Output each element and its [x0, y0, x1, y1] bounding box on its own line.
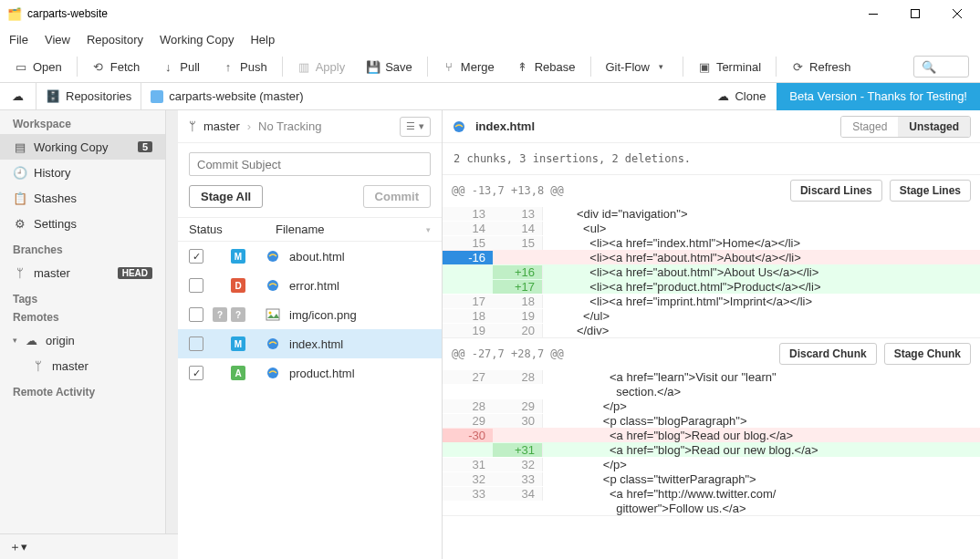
sidebar-remote-branch[interactable]: ᛘmaster: [0, 353, 165, 378]
rebase-icon: ↟: [516, 60, 529, 73]
file-row[interactable]: ✓Aproduct.html: [178, 358, 442, 388]
sidebar-item-working-copy[interactable]: ▤ Working Copy 5: [0, 134, 165, 160]
file-name: img/icon.png: [289, 308, 357, 322]
stage-checkbox[interactable]: ✓: [189, 249, 203, 264]
diff-line[interactable]: 3132 </p>: [443, 457, 980, 471]
stashes-icon: 📋: [13, 192, 26, 205]
file-type-icon: [266, 278, 280, 293]
stage-lines-button[interactable]: Stage Lines: [890, 180, 971, 202]
diff-line[interactable]: gittower">Follow us.</a>: [443, 501, 980, 515]
save-button[interactable]: 💾Save: [358, 54, 422, 79]
stage-checkbox[interactable]: ✓: [189, 366, 203, 380]
gitflow-button[interactable]: Git-Flow▾: [597, 54, 677, 79]
file-row[interactable]: ✓Mabout.html: [178, 242, 442, 271]
commit-button[interactable]: Commit: [363, 185, 431, 208]
sidebar-item-settings[interactable]: ⚙Settings: [0, 211, 165, 236]
file-row[interactable]: ??img/icon.png: [178, 300, 442, 329]
menu-file[interactable]: File: [9, 33, 28, 47]
sidebar-remote-origin[interactable]: ▾☁origin: [0, 327, 165, 353]
diff-line[interactable]: 1718 <li><a href="imprint.html">Imprint<…: [443, 294, 980, 308]
refresh-icon: ⟳: [791, 60, 804, 73]
svg-rect-6: [266, 309, 279, 320]
push-button[interactable]: ↑Push: [213, 54, 276, 79]
diff-line[interactable]: 3233 <p class="twitterParagraph">: [443, 471, 980, 486]
menu-repository[interactable]: Repository: [87, 33, 143, 47]
sidebar-section-remotes: Remotes: [0, 309, 165, 327]
diff-line[interactable]: +17 <li><a href="product.html">Product</…: [443, 279, 980, 294]
stage-checkbox[interactable]: [189, 336, 203, 351]
cloud-download-icon: ☁: [717, 89, 729, 103]
view-options-button[interactable]: ☰ ▾: [400, 117, 431, 137]
rebase-button[interactable]: ↟Rebase: [507, 54, 585, 79]
diff-line[interactable]: 2728 <a href="learn">Visit our "learn": [443, 369, 980, 384]
stage-toggle[interactable]: Staged Unstaged: [840, 116, 971, 138]
terminal-button[interactable]: ▣Terminal: [689, 54, 770, 79]
cloud-button[interactable]: ☁: [0, 83, 36, 110]
file-row[interactable]: Mindex.html: [178, 329, 442, 358]
file-type-icon: [266, 249, 280, 264]
add-button[interactable]: ＋▾: [9, 539, 27, 555]
diff-line[interactable]: 1819 </ul>: [443, 308, 980, 323]
diff-line[interactable]: 1515 <li><a href="index.html">Home</a></…: [443, 235, 980, 250]
svg-point-5: [267, 280, 278, 291]
pull-button[interactable]: ↓Pull: [152, 54, 209, 79]
diff-line[interactable]: +16 <li><a href="about.html">About Us</a…: [443, 264, 980, 279]
diff-line[interactable]: 3334 <a href="http://www.twitter.com/: [443, 486, 980, 501]
sort-icon[interactable]: ▾: [426, 225, 431, 234]
file-row[interactable]: Derror.html: [178, 271, 442, 300]
file-name: index.html: [289, 337, 343, 351]
branch-path[interactable]: ᛘmaster›No Tracking: [189, 119, 392, 133]
unstaged-tab[interactable]: Unstaged: [898, 117, 970, 137]
discard-lines-button[interactable]: Discard Lines: [790, 180, 882, 202]
repositories-button[interactable]: 🗄️Repositories: [36, 83, 141, 110]
push-icon: ↑: [222, 60, 235, 73]
clone-button[interactable]: ☁Clone: [706, 83, 777, 110]
sidebar: Workspace ▤ Working Copy 5 🕘History 📋Sta…: [0, 110, 178, 559]
file-type-icon: [266, 336, 280, 351]
commit-subject-input[interactable]: [189, 152, 431, 176]
sidebar-section-activity: Remote Activity: [0, 378, 165, 402]
diff-line[interactable]: 1920 </div>: [443, 323, 980, 337]
breadcrumb[interactable]: carparts-website (master): [141, 83, 312, 110]
pull-icon: ↓: [162, 60, 174, 73]
close-button[interactable]: [936, 0, 978, 27]
stage-checkbox[interactable]: [189, 278, 203, 293]
sidebar-item-history[interactable]: 🕘History: [0, 160, 165, 185]
diff-line[interactable]: section.</a>: [443, 384, 980, 399]
diff-line[interactable]: 2829 </p>: [443, 399, 980, 413]
diff-filename: index.html: [475, 119, 831, 133]
diff-line[interactable]: +31 <a href="blog">Read our new blog.</a…: [443, 442, 980, 457]
branch-icon: ᛘ: [189, 119, 196, 133]
sidebar-section-tags: Tags: [0, 285, 165, 309]
diff-line[interactable]: -30 <a href="blog">Read our blog.</a>: [443, 428, 980, 442]
diff-line[interactable]: 1313 <div id="navigation">: [443, 206, 980, 221]
svg-point-10: [454, 121, 464, 132]
diff-line[interactable]: 1414 <ul>: [443, 221, 980, 235]
remote-icon: ☁: [25, 334, 38, 347]
sidebar-item-stashes[interactable]: 📋Stashes: [0, 185, 165, 211]
discard-chunk-button[interactable]: Discard Chunk: [779, 343, 877, 365]
sidebar-branch-master[interactable]: ᛘmasterHEAD: [0, 260, 165, 285]
menu-view[interactable]: View: [45, 33, 70, 47]
search-icon: 🔍: [922, 60, 936, 74]
hunk-header: @@ -27,7 +28,7 @@: [452, 347, 772, 360]
diff-line[interactable]: 2930 <p class="blogParagraph">: [443, 413, 980, 428]
diff-line[interactable]: -16 <li><a href="about.html">About</a></…: [443, 250, 980, 264]
search-input[interactable]: 🔍: [913, 56, 969, 78]
sidebar-scrollbar[interactable]: [165, 110, 178, 533]
svg-point-7: [269, 312, 272, 315]
drawer-icon: 🗄️: [46, 89, 60, 103]
open-button[interactable]: ▭Open: [5, 54, 71, 79]
menu-working-copy[interactable]: Working Copy: [160, 33, 234, 47]
staged-tab[interactable]: Staged: [841, 117, 898, 137]
refresh-button[interactable]: ⟳Refresh: [782, 54, 860, 79]
minimize-button[interactable]: [852, 0, 894, 27]
stage-all-button[interactable]: Stage All: [189, 185, 263, 208]
maximize-button[interactable]: [894, 0, 936, 27]
stage-chunk-button[interactable]: Stage Chunk: [884, 343, 971, 365]
apply-button[interactable]: ▥Apply: [288, 54, 355, 79]
merge-button[interactable]: ⑂Merge: [433, 54, 504, 79]
fetch-button[interactable]: ⟲Fetch: [83, 54, 150, 79]
menu-help[interactable]: Help: [250, 33, 275, 47]
stage-checkbox[interactable]: [189, 307, 203, 322]
